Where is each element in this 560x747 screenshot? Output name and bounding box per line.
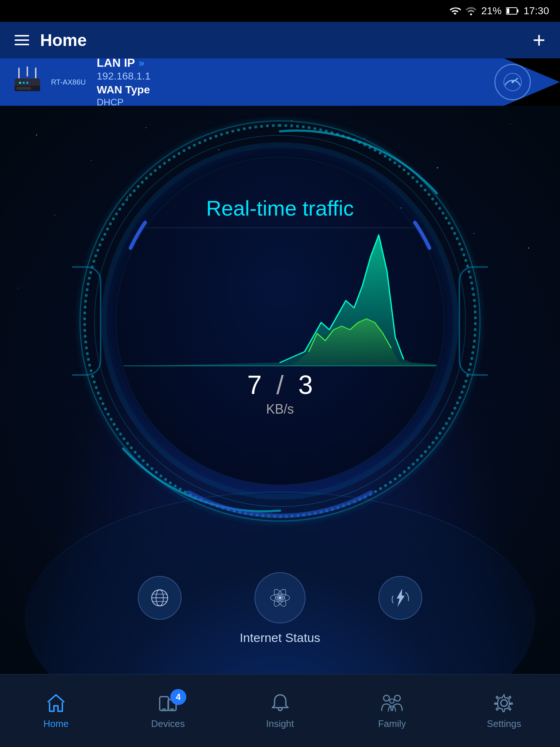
settings-tab-icon [493,692,515,714]
svg-rect-5 [27,66,28,77]
svg-point-44 [279,596,281,599]
traffic-values-display: 7 / 3 [247,370,313,400]
svg-point-51 [390,699,394,703]
router-info-panel: LAN IP » 192.168.1.1 WAN Type DHCP [93,56,494,108]
main-content: Real-time traffic [0,106,560,674]
deco-arc-right [459,266,488,376]
svg-point-11 [26,82,28,84]
tab-bar: Home 4 Devices Insight [0,674,560,747]
bottom-status-icons: Internet Status [0,572,560,645]
realtime-title: Real-time traffic [206,196,354,220]
battery-percent: 21% [481,5,502,17]
circle-center-content: Real-time traffic [116,157,444,485]
bell-icon [270,693,290,713]
svg-point-10 [23,82,25,84]
chart-bottom-line [124,365,436,366]
devices-badge: 4 [170,689,186,705]
home-tab-icon [45,692,67,714]
wan-type-label: WAN Type [97,84,494,96]
home-icon [46,693,66,713]
svg-rect-2 [517,9,518,12]
deco-arc-left [72,266,101,376]
add-button[interactable]: + [533,29,545,51]
download-value: 3 [298,370,313,399]
gauge-svg [502,71,524,93]
family-icon [381,693,403,713]
status-icons: 21% 17:30 [449,5,549,17]
router-icon [11,66,44,98]
speed-gauge-icon[interactable] [494,64,531,100]
lan-ip-arrow: » [139,57,144,69]
router-bar[interactable]: RT-AX86U LAN IP » 192.168.1.1 WAN Type D… [0,58,560,106]
status-bar: 21% 17:30 [0,0,560,22]
devices-tab-label: Devices [151,718,185,729]
family-tab-label: Family [378,718,406,729]
tab-settings[interactable]: Settings [448,692,560,729]
atom-button[interactable] [254,572,306,623]
router-image [11,66,44,98]
lan-ip-value: 192.168.1.1 [97,70,494,82]
tab-family[interactable]: Family [336,692,448,729]
tab-insight[interactable]: Insight [224,692,336,729]
gear-icon [494,693,514,713]
menu-button[interactable] [15,35,29,45]
family-tab-icon [381,692,403,714]
icons-row [0,572,560,623]
settings-tab-label: Settings [487,718,521,729]
top-nav: Home + [0,22,560,58]
svg-point-9 [19,82,21,84]
speed-boost-button[interactable] [378,576,422,620]
time-display: 17:30 [524,5,549,17]
svg-rect-12 [16,87,31,90]
insight-tab-label: Insight [266,718,294,729]
globe-button[interactable] [138,576,182,620]
svg-rect-45 [160,697,168,711]
svg-point-15 [512,81,514,83]
traffic-separator: / [276,370,284,399]
svg-point-49 [384,695,389,701]
svg-rect-6 [35,67,36,78]
traffic-unit: KB/s [266,402,294,417]
svg-point-0 [470,13,472,15]
signal-icon [465,5,477,17]
insight-tab-icon [269,692,291,714]
battery-icon [506,7,519,15]
router-name-label: RT-AX86U [51,78,86,86]
home-tab-label: Home [43,718,69,729]
tab-home[interactable]: Home [0,692,112,729]
nav-left: Home [15,30,87,50]
boost-icon [389,587,411,609]
chart-top-line [124,228,436,228]
upload-value: 7 [247,370,262,399]
chart-area [116,228,444,366]
svg-point-52 [501,700,507,706]
page-title: Home [40,30,87,50]
traffic-circle: Real-time traffic [79,120,481,522]
svg-rect-3 [507,8,509,13]
atom-icon [269,587,291,609]
svg-point-50 [394,695,400,701]
wifi-icon [449,5,461,17]
internet-status-label: Internet Status [240,631,320,645]
tab-devices[interactable]: 4 Devices [112,692,224,729]
svg-rect-4 [18,67,20,78]
traffic-chart-svg [124,228,436,366]
globe-icon [149,587,171,609]
